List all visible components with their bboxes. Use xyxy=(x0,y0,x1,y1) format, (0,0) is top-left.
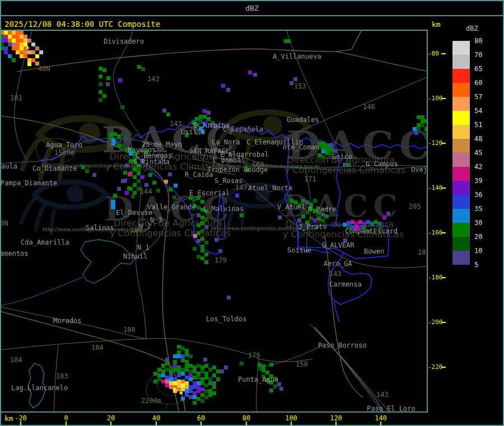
echo-cell xyxy=(253,73,257,77)
echo-cell xyxy=(8,31,12,35)
place-label: Usilia xyxy=(181,128,205,136)
echo-cell xyxy=(195,117,199,121)
echo-cell xyxy=(137,179,141,183)
place-label: Los_Toldos xyxy=(206,315,246,323)
title-divider xyxy=(0,15,504,16)
echo-cell xyxy=(378,222,382,226)
echo-cell xyxy=(197,397,200,401)
echo-cell xyxy=(173,364,177,368)
echo-cell xyxy=(20,54,24,58)
echo-cell xyxy=(121,132,125,136)
echo-cell xyxy=(321,149,325,153)
legend-swatch xyxy=(452,237,470,251)
echo-cell xyxy=(189,373,193,377)
echo-cell xyxy=(185,376,189,380)
star-marker: ✱ xyxy=(172,386,176,392)
echo-cell xyxy=(193,369,197,373)
legend-swatch xyxy=(452,111,470,125)
echo-cell xyxy=(31,58,35,62)
echo-cell xyxy=(99,98,102,102)
echo-cell xyxy=(174,184,178,188)
echo-cell xyxy=(321,218,325,222)
echo-cell xyxy=(200,237,204,241)
echo-cell xyxy=(193,395,197,399)
legend-swatch xyxy=(452,181,470,195)
legend-value-label: 80 xyxy=(474,37,482,45)
echo-cell xyxy=(189,395,193,399)
echo-cell xyxy=(189,389,193,393)
radar-map-canvas: DACC DACC DACC DACC Dirección de Agricul… xyxy=(1,31,427,411)
echo-cell xyxy=(181,368,185,372)
place-label: S_Pintada xyxy=(133,158,170,166)
echo-cell xyxy=(99,82,102,86)
echo-cell xyxy=(185,393,189,397)
echo-cell xyxy=(181,383,185,387)
echo-cell xyxy=(305,200,309,204)
echo-cell xyxy=(133,167,137,171)
road-label: 171 xyxy=(304,175,316,183)
echo-cell xyxy=(204,252,208,256)
echo-cell xyxy=(318,153,321,157)
title-bar: dBZ xyxy=(0,0,504,15)
echo-cell xyxy=(301,199,305,203)
echo-cell xyxy=(290,199,293,203)
echo-cell xyxy=(417,123,421,127)
echo-cell xyxy=(127,186,131,190)
bottom-axis-tick-label: 40 xyxy=(152,414,160,422)
echo-cell xyxy=(117,134,121,138)
echo-cell xyxy=(16,31,20,35)
place-label: nte_Coman xyxy=(283,143,319,151)
echo-cell xyxy=(125,191,129,195)
echo-cell xyxy=(12,58,16,62)
echo-cell xyxy=(207,117,211,121)
echo-cell xyxy=(20,46,24,50)
legend-swatch xyxy=(452,251,470,265)
echo-cell xyxy=(106,76,110,80)
echo-cell xyxy=(8,35,12,39)
legend-title: dBZ xyxy=(466,25,478,32)
echo-cell xyxy=(317,217,321,221)
legend-swatch xyxy=(452,69,470,83)
echo-cell xyxy=(181,372,185,376)
legend-swatch xyxy=(452,153,470,167)
echo-cell xyxy=(35,46,39,50)
echo-cell xyxy=(216,369,220,373)
echo-cell xyxy=(173,360,177,364)
place-label: Goico xyxy=(332,153,352,161)
right-axis-tick xyxy=(441,188,446,189)
place-label: Valle_Grande xyxy=(147,203,196,211)
legend-swatch xyxy=(452,209,470,223)
right-axis-tick-label: -80 xyxy=(428,50,442,57)
echo-cell xyxy=(212,385,216,389)
right-axis-tick xyxy=(441,322,446,323)
echo-cell xyxy=(204,241,208,245)
echo-cell xyxy=(137,167,141,171)
echo-cell xyxy=(258,367,262,371)
echo-cell xyxy=(413,127,417,131)
echo-cell xyxy=(366,220,370,224)
road-label: 184 xyxy=(91,344,104,352)
echo-cell xyxy=(173,368,177,372)
echo-cell xyxy=(165,383,169,387)
place-label: Paso_El_Loro xyxy=(367,405,416,411)
echo-cell xyxy=(177,369,181,373)
echo-cell xyxy=(221,84,225,88)
legend-swatch xyxy=(452,139,470,153)
echo-cell xyxy=(197,389,200,393)
echo-cell xyxy=(141,175,144,179)
echo-cell xyxy=(161,380,165,383)
bottom-axis-tick-label: 0 xyxy=(64,414,68,422)
legend-value-label: 45 xyxy=(474,149,482,157)
bottom-axis-tick xyxy=(335,422,337,425)
echo-cell xyxy=(313,199,317,203)
echo-cell xyxy=(273,385,277,388)
bottom-axis-tick-label: 140 xyxy=(375,414,387,422)
echo-cell xyxy=(293,77,297,81)
echo-cell xyxy=(212,381,216,385)
echo-cell xyxy=(212,391,216,395)
echo-cell xyxy=(200,229,204,233)
echo-cell xyxy=(199,115,203,119)
echo-cell xyxy=(200,399,204,403)
echo-cell xyxy=(31,50,35,54)
bottom-axis-tick-label: 20 xyxy=(107,414,115,422)
